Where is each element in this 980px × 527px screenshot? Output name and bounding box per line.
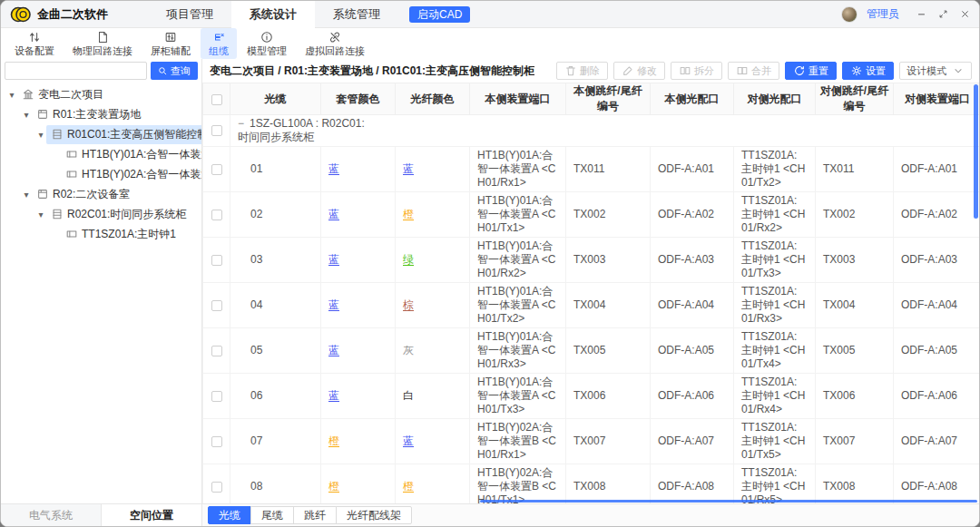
tree-item-label: R02C01:时间同步系统柜 xyxy=(67,207,186,222)
table-row: 05蓝灰HT1B(Y)01A:合智一体装置A <CH01/Rx3>TX005OD… xyxy=(203,328,980,374)
action-button[interactable]: 设置 xyxy=(842,62,894,80)
color-value[interactable]: 蓝 xyxy=(328,298,339,311)
toolbar-item[interactable]: 虚拟回路连接 xyxy=(297,28,373,59)
sidebar-bottom-tab[interactable]: 空间位置 xyxy=(102,504,201,526)
caret-down-icon[interactable]: ▾ xyxy=(35,210,46,220)
toolbar-item[interactable]: 设备配置 xyxy=(6,28,63,59)
row-checkbox[interactable] xyxy=(211,482,222,493)
table-cell: HT1B(Y)01A:合智一体装置A <CH01/Tx1> xyxy=(470,192,566,238)
row-checkbox[interactable] xyxy=(211,164,222,175)
color-value[interactable]: 绿 xyxy=(403,253,414,266)
cable-table-wrap: 光缆套管颜色光纤颜色本侧装置端口本侧跳纤/尾纤编号本侧光配口对侧光配口对侧跳纤/… xyxy=(202,83,979,503)
tree-item-chip[interactable]: HT1B(Y)02A:合智一体装置B xyxy=(61,165,201,184)
caret-down-icon[interactable]: ▾ xyxy=(6,90,17,100)
search-button[interactable]: 查询 xyxy=(151,62,198,80)
table-actions: 删除修改拆分合并重置设置设计模式 xyxy=(556,62,972,80)
tree-item[interactable]: ▾R01:主变装置场地 xyxy=(1,104,201,124)
color-value[interactable]: 灰 xyxy=(403,344,414,356)
row-checkbox[interactable] xyxy=(211,436,222,447)
action-button[interactable]: 重置 xyxy=(785,62,837,80)
color-cell: 蓝 xyxy=(321,147,396,192)
vertical-scrollbar[interactable] xyxy=(974,84,978,219)
toolbar-item[interactable]: 组缆 xyxy=(201,28,237,59)
select-all-checkbox[interactable] xyxy=(211,94,222,105)
table-cell: HT1B(Y)01A:合智一体装置A <CH01/Rx1> xyxy=(470,147,566,192)
table-bottom-tab[interactable]: 跳纤 xyxy=(293,506,337,524)
tree-item-label: 变电二次项目 xyxy=(38,87,103,102)
color-value[interactable]: 白 xyxy=(403,389,414,402)
table-bottom-tab[interactable]: 光缆 xyxy=(208,506,251,524)
maximize-button[interactable] xyxy=(937,9,948,20)
cable-no-cell: 08 xyxy=(230,464,321,504)
color-value[interactable]: 蓝 xyxy=(328,344,339,356)
tree-item-label: TT1SZ01A:主时钟1 xyxy=(82,227,176,242)
design-mode-select[interactable]: 设计模式 xyxy=(899,62,972,80)
color-value[interactable]: 橙 xyxy=(403,208,414,220)
tree-item[interactable]: ▾变电二次项目 xyxy=(1,84,201,104)
tree-item[interactable]: TT1SZ01A:主时钟1 xyxy=(1,224,201,244)
row-checkbox[interactable] xyxy=(211,346,222,356)
tree-item[interactable]: HT1B(Y)02A:合智一体装置B xyxy=(1,164,201,184)
color-value[interactable]: 蓝 xyxy=(328,253,339,266)
collapse-icon[interactable]: − xyxy=(238,117,244,130)
tree-item-chip[interactable]: R02C01:时间同步系统柜 xyxy=(46,205,191,224)
caret-down-icon[interactable]: ▾ xyxy=(35,130,46,140)
row-checkbox[interactable] xyxy=(211,125,222,136)
launch-cad-button[interactable]: 启动CAD xyxy=(409,6,470,23)
toolbar-item[interactable]: 模型管理 xyxy=(239,28,295,59)
action-button: 删除 xyxy=(556,62,608,80)
column-header: 对侧装置端口 xyxy=(894,83,980,115)
table-cell: HT1B(Y)01A:合智一体装置A <CH01/Tx2> xyxy=(470,283,566,328)
search-input[interactable] xyxy=(5,62,147,80)
color-value[interactable]: 橙 xyxy=(403,480,414,493)
color-value[interactable]: 蓝 xyxy=(403,434,414,447)
horizontal-scrollbar[interactable] xyxy=(480,500,977,503)
tree-item[interactable]: ▾R01C01:主变高压侧智能控制柜 xyxy=(1,124,201,144)
top-menu-item[interactable]: 系统管理 xyxy=(315,1,398,28)
color-value[interactable]: 蓝 xyxy=(328,389,339,402)
tree-item[interactable]: HT1B(Y)01A:合智一体装置A xyxy=(1,144,201,164)
top-menu-item[interactable]: 项目管理 xyxy=(148,1,231,28)
minimize-button[interactable] xyxy=(916,9,926,20)
sidebar-bottom-tab[interactable]: 电气系统 xyxy=(1,504,102,526)
breadcrumb: 变电二次项目 / R01:主变装置场地 / R01C01:主变高压侧智能控制柜 xyxy=(210,63,534,79)
top-menu-item[interactable]: 系统设计 xyxy=(231,1,315,28)
row-checkbox[interactable] xyxy=(211,391,222,402)
color-cell: 灰 xyxy=(396,328,470,374)
table-cell: HT1B(Y)02A:合智一体装置B <CH01/Tx1> xyxy=(470,464,566,504)
row-checkbox[interactable] xyxy=(211,210,222,220)
close-button[interactable] xyxy=(959,9,970,20)
action-button: 合并 xyxy=(728,62,779,80)
table-cell: HT1B(Y)01A:合智一体装置A <CH01/Rx3> xyxy=(470,328,566,374)
sidebar-bottom-tabs: 电气系统空间位置 xyxy=(1,503,201,526)
table-cell: TT1SZ01A:主时钟1 <CH01/Tx5> xyxy=(734,419,816,464)
caret-down-icon[interactable]: ▾ xyxy=(21,190,32,200)
tree-item-chip[interactable]: HT1B(Y)01A:合智一体装置A xyxy=(61,145,201,164)
avatar[interactable] xyxy=(841,6,858,23)
tree-item[interactable]: ▾R02:二次设备室 xyxy=(1,184,201,204)
tree-item-chip[interactable]: R01:主变装置场地 xyxy=(32,105,145,124)
tree-item-chip[interactable]: R02:二次设备室 xyxy=(32,185,134,204)
row-checkbox[interactable] xyxy=(211,300,222,311)
color-value[interactable]: 橙 xyxy=(328,480,339,493)
tree-item-chip[interactable]: TT1SZ01A:主时钟1 xyxy=(61,225,181,244)
caret-down-icon[interactable]: ▾ xyxy=(21,110,32,120)
color-value[interactable]: 蓝 xyxy=(328,162,339,175)
tree-item[interactable]: ▾R02C01:时间同步系统柜 xyxy=(1,204,201,224)
group-label: −1SZ-GL100A : R02C01:时间同步系统柜 xyxy=(238,117,374,144)
toolbar-item[interactable]: 屏柜辅配 xyxy=(142,28,199,59)
row-checkbox-cell xyxy=(203,192,230,238)
project-tree: ▾变电二次项目▾R01:主变装置场地▾R01C01:主变高压侧智能控制柜HT1B… xyxy=(1,83,201,503)
color-value[interactable]: 橙 xyxy=(328,434,339,447)
table-bottom-tab[interactable]: 光纤配线架 xyxy=(336,506,412,524)
color-value[interactable]: 棕 xyxy=(403,298,414,311)
color-value[interactable]: 蓝 xyxy=(328,208,339,220)
toolbar-item[interactable]: 物理回路连接 xyxy=(64,28,141,59)
column-header: 本侧光配口 xyxy=(651,83,734,115)
username[interactable]: 管理员 xyxy=(867,6,899,22)
tree-item-chip[interactable]: R01C01:主变高压侧智能控制柜 xyxy=(46,125,201,144)
tree-item-chip[interactable]: 变电二次项目 xyxy=(17,85,108,104)
row-checkbox[interactable] xyxy=(211,255,222,266)
table-bottom-tab[interactable]: 尾缆 xyxy=(250,506,294,524)
color-value[interactable]: 蓝 xyxy=(403,162,414,175)
